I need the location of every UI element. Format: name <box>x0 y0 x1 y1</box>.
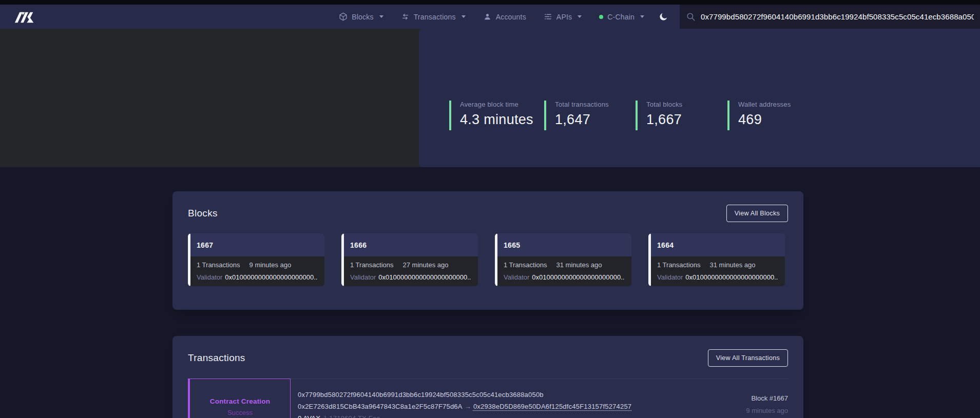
chevron-down-icon <box>640 15 644 18</box>
block-card-body: 1 Transactions 31 minutes ago Validator0… <box>648 256 785 281</box>
validator-address: 0x0100000000000000000000... <box>532 273 624 281</box>
block-card-accent-bar <box>341 233 344 286</box>
validator-label: Validator <box>504 273 529 281</box>
transactions-section: Transactions View All Transactions Contr… <box>172 336 803 418</box>
validator-address: 0x0100000000000000000000... <box>378 273 471 281</box>
transaction-value: 0 AVAX1.1718604 TX Fee <box>298 412 631 418</box>
nav-item-transactions[interactable]: Transactions <box>401 12 466 21</box>
transaction-age: 9 minutes ago <box>746 407 788 414</box>
block-age: 27 minutes ago <box>403 261 449 269</box>
stat-value: 4.3 minutes <box>460 112 544 128</box>
nav-label-accounts: Accounts <box>496 13 526 21</box>
stats-panel: Average block time 4.3 minutes Total tra… <box>419 29 980 167</box>
block-number: 1665 <box>495 233 631 256</box>
nav-item-apis[interactable]: APIs <box>544 12 582 21</box>
window-top-strip <box>0 0 980 5</box>
block-card[interactable]: 1666 1 Transactions 27 minutes ago Valid… <box>341 233 478 286</box>
transaction-amount: 0 AVAX <box>298 414 320 418</box>
block-card-body: 1 Transactions 9 minutes ago Validator0x… <box>188 256 324 281</box>
block-age: 31 minutes ago <box>556 261 602 269</box>
nav-label-chain: C-Chain <box>607 13 635 21</box>
nav-item-blocks[interactable]: Blocks <box>339 12 383 21</box>
search-input[interactable] <box>701 12 974 21</box>
stat-label: Wallet addresses <box>738 101 810 108</box>
block-card-accent-bar <box>648 233 651 286</box>
block-card[interactable]: 1664 1 Transactions 31 minutes ago Valid… <box>648 233 785 286</box>
nav-label-blocks: Blocks <box>352 13 373 21</box>
block-number: 1667 <box>188 233 324 256</box>
sliders-icon <box>544 12 552 21</box>
stat-wallet-addresses: Wallet addresses 469 <box>727 101 810 130</box>
nav-item-chain-selector[interactable]: C-Chain <box>599 13 644 21</box>
transaction-type-cell: Contract Creation Success <box>188 379 291 418</box>
arrow-right-icon: → <box>463 403 473 410</box>
chevron-down-icon <box>379 15 383 18</box>
view-all-transactions-button[interactable]: View All Transactions <box>708 349 788 367</box>
transaction-details: 0x7799bd580272f9604140b6991d3bb6c19924bf… <box>291 379 631 418</box>
block-card[interactable]: 1665 1 Transactions 31 minutes ago Valid… <box>495 233 631 286</box>
stat-label: Total transactions <box>555 101 636 108</box>
block-tx-count: 1 Transactions <box>504 261 547 269</box>
transaction-addresses: 0x2E7263d815CbB43a9647843C8a1e2F5c87F75d… <box>298 401 631 412</box>
validator-label: Validator <box>197 273 222 281</box>
block-age: 9 minutes ago <box>249 261 292 269</box>
stats-row: Average block time 4.3 minutes Total tra… <box>449 101 810 130</box>
stat-value: 1,667 <box>646 112 727 128</box>
transaction-row[interactable]: Contract Creation Success 0x7799bd580272… <box>188 379 788 418</box>
validator-address: 0x0100000000000000000000... <box>225 273 317 281</box>
transaction-status-badge: Success <box>227 409 253 416</box>
nav-label-transactions: Transactions <box>414 13 456 21</box>
avalanche-logo-icon <box>14 9 44 25</box>
blocks-section-title: Blocks <box>188 208 218 219</box>
validator-label: Validator <box>657 273 683 281</box>
block-tx-count: 1 Transactions <box>197 261 240 269</box>
navbar: Blocks Transactions Accounts APIs <box>0 5 980 29</box>
stat-label: Average block time <box>460 101 544 108</box>
search-bar <box>680 5 980 29</box>
transaction-hash: 0x7799bd580272f9604140b6991d3bb6c19924bf… <box>298 389 631 401</box>
nav-item-accounts[interactable]: Accounts <box>483 12 526 21</box>
transaction-block-link[interactable]: Block #1667 <box>746 394 788 402</box>
nav-menu: Blocks Transactions Accounts APIs <box>339 12 657 21</box>
block-card-accent-bar <box>495 233 497 286</box>
block-card-body: 1 Transactions 31 minutes ago Validator0… <box>495 256 631 281</box>
stat-value: 469 <box>738 112 810 128</box>
cube-icon <box>339 12 348 21</box>
block-number: 1664 <box>648 233 785 256</box>
validator-address: 0x0100000000000000000000... <box>685 273 778 281</box>
transaction-type: Contract Creation <box>210 397 270 405</box>
block-card-accent-bar <box>188 233 190 286</box>
avalanche-logo[interactable] <box>14 9 44 25</box>
transaction-fee: 1.1718604 TX Fee <box>323 414 380 418</box>
stat-label: Total blocks <box>646 101 727 108</box>
block-cards-row: 1667 1 Transactions 9 minutes ago Valida… <box>188 233 788 286</box>
block-number: 1666 <box>341 233 478 256</box>
blocks-section: Blocks View All Blocks 1667 1 Transactio… <box>172 191 803 310</box>
block-tx-count: 1 Transactions <box>657 261 701 269</box>
stat-total-transactions: Total transactions 1,647 <box>544 101 636 130</box>
from-address: 0x2E7263d815CbB43a9647843C8a1e2F5c87F75d… <box>298 403 463 410</box>
transaction-meta: Block #1667 9 minutes ago <box>746 379 788 418</box>
to-address-link[interactable]: 0x2938eD5D869e50DA6f125dfc45F13157f52742… <box>473 403 631 410</box>
blocks-section-header: Blocks View All Blocks <box>188 205 788 222</box>
theme-toggle-button[interactable] <box>659 12 668 22</box>
nav-label-apis: APIs <box>556 13 572 21</box>
stat-average-block-time: Average block time 4.3 minutes <box>449 101 544 130</box>
block-card-body: 1 Transactions 27 minutes ago Validator0… <box>341 256 478 281</box>
moon-icon <box>659 12 668 22</box>
stat-value: 1,647 <box>555 112 636 128</box>
block-card[interactable]: 1667 1 Transactions 9 minutes ago Valida… <box>188 233 324 286</box>
chevron-down-icon <box>578 15 582 18</box>
transactions-section-title: Transactions <box>188 352 245 364</box>
view-all-blocks-button[interactable]: View All Blocks <box>726 205 788 222</box>
hero-section: Average block time 4.3 minutes Total tra… <box>0 29 980 167</box>
stat-total-blocks: Total blocks 1,667 <box>636 101 727 130</box>
block-age: 31 minutes ago <box>710 261 756 269</box>
person-icon <box>483 12 492 21</box>
validator-label: Validator <box>350 273 376 281</box>
transactions-section-header: Transactions View All Transactions <box>188 349 788 367</box>
chevron-down-icon <box>462 15 466 18</box>
search-icon <box>686 12 696 22</box>
swap-arrows-icon <box>401 12 410 21</box>
block-tx-count: 1 Transactions <box>350 261 394 269</box>
